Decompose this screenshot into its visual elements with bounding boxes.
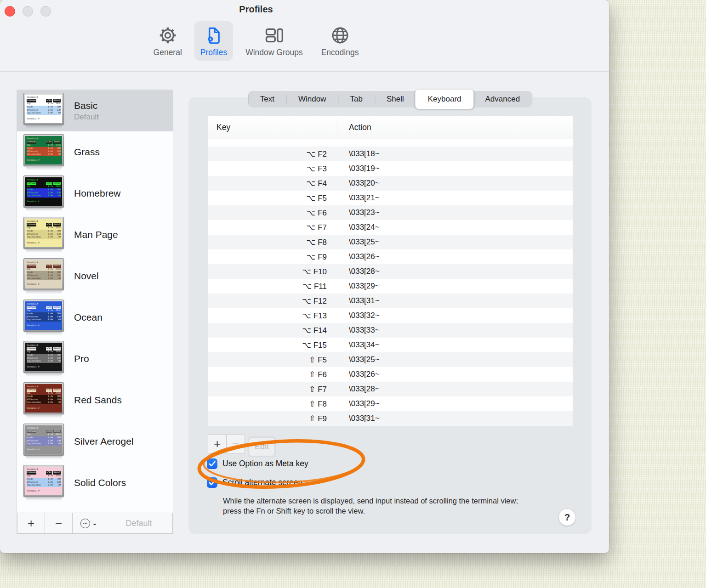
profile-row[interactable]: Terminal# COMMAND %CPU RPRVT top4.1%231K [17,421,173,462]
profile-row[interactable]: Terminal# COMMAND %CPU RPRVT top4.1%231K [17,255,173,297]
profile-row[interactable]: Terminal# COMMAND %CPU RPRVT top4.1%231K [17,338,173,379]
tab[interactable]: Tab [338,91,375,107]
table-row[interactable]: ⇧ F5 \033[25~ [208,352,573,367]
tab[interactable]: Window [286,91,338,107]
key-cell: ⌥ F3 [208,164,337,174]
profile-list: Terminal# COMMAND %CPU RPRVT top4.1%231K [17,90,173,513]
profile-row[interactable]: Terminal# COMMAND %CPU RPRVT top4.1%231K [17,462,173,503]
window-title: Profiles [0,4,512,15]
column-divider[interactable] [337,122,337,133]
action-cell: \033[18~ [337,149,380,158]
action-cell: \033[29~ [337,282,380,291]
table-row[interactable]: ⇧ F9 \033[31~ [208,411,573,426]
profile-subtitle: Default [74,113,99,122]
toolbar: General [0,21,512,61]
toolbar-label: Encodings [321,48,359,57]
table-row[interactable]: ⌥ F15 \033[34~ [208,338,573,352]
profiles-sidebar: Terminal# COMMAND %CPU RPRVT top4.1%231K [17,90,173,534]
action-cell: \033[19~ [337,164,380,173]
edit-binding-button[interactable]: Edit [248,436,276,457]
toolbar-label: Profiles [200,48,227,57]
scroll-alternate-helper-text: While the alternate screen is displayed,… [223,496,529,516]
key-cell: ⌥ F10 [208,267,337,277]
table-row[interactable]: ⌥ F4 \033[20~ [208,176,573,191]
tab[interactable]: Keyboard [416,90,474,109]
toolbar-item-profiles[interactable]: Profiles [194,21,233,61]
table-row[interactable]: ⌥ F12 \033[31~ [208,294,573,308]
table-row[interactable]: ⌥ F3 \033[19~ [208,161,573,176]
table-row[interactable]: ⌥ F7 \033[24~ [208,220,573,235]
profile-thumbnail: Terminal# COMMAND %CPU RPRVT top4.1%231K [23,382,64,418]
remove-profile-button[interactable]: − [45,513,73,534]
preferences-window: Profiles General [0,0,609,553]
profile-name: Basic [74,100,99,111]
add-binding-button[interactable]: + [208,435,227,453]
toolbar-item-window-groups[interactable]: Window Groups [239,21,309,61]
checkbox-label: Scroll alternate screen [222,478,302,487]
use-option-as-meta-key-row: Use Option as Meta key [207,458,308,469]
key-cell: ⌥ F14 [208,326,337,335]
table-header: Key Action [208,116,573,139]
profile-row[interactable]: Terminal# COMMAND %CPU RPRVT top4.1%231K [17,90,173,131]
profile-thumbnail: Terminal# COMMAND %CPU RPRVT top4.1%231K [23,300,64,335]
checkmark-icon [207,458,217,469]
profile-row[interactable]: Terminal# COMMAND %CPU RPRVT top4.1%231K [17,173,173,214]
profile-name: Solid Colors [74,477,126,488]
action-cell: \033[23~ [337,208,380,217]
table-row[interactable]: ⇧ F6 \033[26~ [208,367,573,382]
profile-row[interactable]: Terminal# COMMAND %CPU RPRVT top4.1%231K [17,131,173,173]
profile-actions-menu-button[interactable]: ⌄ [72,513,105,534]
profile-settings-panel: TextWindowTabShellKeyboardAdvanced Key A… [188,97,592,534]
table-row[interactable]: ⌥ F11 \033[29~ [208,279,573,294]
profile-name: Pro [74,353,89,364]
use-option-as-meta-key-checkbox[interactable] [207,458,217,469]
table-row[interactable]: ⌥ F14 \033[33~ [208,323,573,338]
key-cell: ⌥ F4 [208,179,337,188]
remove-binding-button[interactable]: − [226,435,245,453]
table-row[interactable]: ⌥ F5 \033[21~ [208,191,573,205]
default-button[interactable]: Default [105,513,173,534]
key-cell: ⇧ F6 [208,370,337,379]
tab[interactable]: Advanced [473,91,532,107]
scroll-alternate-screen-checkbox[interactable] [207,477,217,488]
profile-thumbnail: Terminal# COMMAND %CPU RPRVT top4.1%231K [23,217,64,253]
table-row[interactable]: ⇧ F8 \033[29~ [208,396,573,411]
key-cell: ⌥ F2 [208,149,337,159]
table-row[interactable]: ⌥ F8 \033[25~ [208,235,573,249]
action-cell: \033[26~ [337,252,380,261]
action-cell: \033[31~ [337,296,380,305]
key-cell: ⌥ F8 [208,237,337,247]
tab[interactable]: Text [248,91,286,107]
key-cell: ⌥ F15 [208,340,337,350]
column-header-key[interactable]: Key [208,123,230,132]
profile-row[interactable]: Terminal# COMMAND %CPU RPRVT top4.1%231K [17,297,173,338]
gear-icon [157,25,178,46]
tab[interactable]: Shell [375,91,416,107]
action-cell: \033[28~ [337,267,380,276]
profile-name: Homebrew [74,188,121,199]
action-cell: \033[34~ [337,340,380,350]
key-cell: ⌥ F9 [208,252,337,262]
table-row[interactable]: ⌥ F2 \033[18~ [208,147,573,161]
profile-name: Grass [74,147,100,158]
table-row[interactable]: ⌥ F13 \033[32~ [208,308,573,323]
scroll-alternate-screen-row: Scroll alternate screen [207,477,302,488]
table-row[interactable]: ⇧ F7 \033[28~ [208,382,573,396]
table-row[interactable]: ⌥ F9 \033[26~ [208,249,573,264]
action-cell: \033[28~ [337,384,380,394]
table-row[interactable]: ⌥ F10 \033[28~ [208,264,573,279]
action-cell: \033[31~ [337,414,380,423]
toolbar-item-general[interactable]: General [148,21,188,61]
window-groups-icon [263,25,285,46]
profile-row[interactable]: Terminal# COMMAND %CPU RPRVT top4.1%231K [17,379,173,421]
chevron-down-icon: ⌄ [91,520,97,526]
titlebar: Profiles General [0,0,609,72]
toolbar-label: Window Groups [245,48,303,57]
profile-row[interactable]: Terminal# COMMAND %CPU RPRVT top4.1%231K [17,214,173,255]
help-button[interactable]: ? [558,509,576,526]
toolbar-item-encodings[interactable]: Encodings [315,21,365,61]
action-cell: \033[21~ [337,193,380,203]
add-profile-button[interactable]: + [17,513,45,534]
column-header-action[interactable]: Action [349,123,371,132]
table-row[interactable]: ⌥ F6 \033[23~ [208,205,573,220]
